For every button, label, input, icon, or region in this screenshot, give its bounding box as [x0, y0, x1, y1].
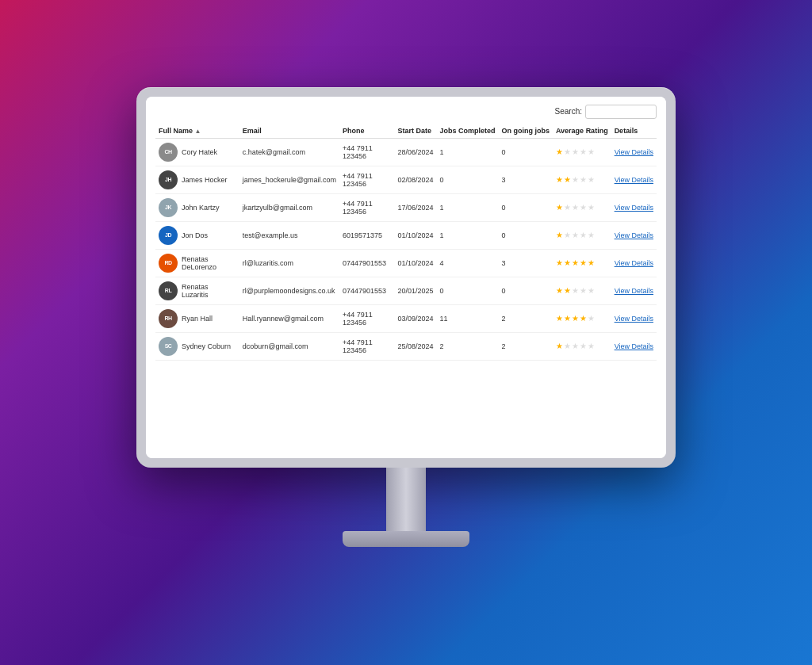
cell-avgrating: ★★★★★: [553, 332, 611, 360]
cell-phone: 07447901553: [339, 249, 394, 277]
fullname-text: Renatas DeLorenzo: [182, 255, 236, 271]
table-row: CH Cory Hatek c.hatek@gmail.com +44 7911…: [155, 138, 657, 166]
star-2: ★: [564, 258, 571, 267]
screen-content: Search: Full Name ▲ Email Phone Start Da…: [146, 97, 666, 458]
cell-details[interactable]: View Details: [611, 249, 657, 277]
star-4: ★: [580, 175, 587, 184]
cell-fullname: CH Cory Hatek: [155, 138, 239, 166]
view-details-link[interactable]: View Details: [615, 148, 653, 156]
cell-ongoingjobs: 2: [498, 332, 553, 360]
avatar: SC: [159, 337, 178, 356]
cell-ongoingjobs: 2: [498, 304, 553, 332]
cell-phone: 07447901553: [339, 277, 394, 304]
cell-avgrating: ★★★★★: [553, 138, 611, 166]
cell-phone: +44 7911 123456: [339, 332, 394, 360]
monitor-stand-base: [343, 531, 469, 547]
cell-ongoingjobs: 0: [498, 221, 553, 249]
star-4: ★: [580, 314, 587, 323]
view-details-link[interactable]: View Details: [615, 315, 653, 323]
cell-fullname: RH Ryan Hall: [155, 304, 239, 332]
star-2: ★: [564, 286, 571, 295]
cell-jobscompleted: 0: [436, 166, 498, 193]
fullname-text: Renatas Luzaritis: [182, 283, 236, 299]
star-4: ★: [580, 147, 587, 156]
cell-phone: +44 7911 123456: [339, 138, 394, 166]
search-input[interactable]: [585, 105, 657, 119]
cell-email: jkartzyulb@gmail.com: [239, 193, 339, 221]
star-1: ★: [556, 203, 563, 212]
star-2: ★: [564, 175, 571, 184]
search-bar: Search:: [155, 105, 657, 119]
name-cell: RL Renatas Luzaritis: [159, 281, 236, 300]
view-details-link[interactable]: View Details: [615, 287, 653, 295]
cell-email: rl@luzaritis.com: [239, 249, 339, 277]
star-5: ★: [588, 258, 595, 267]
star-1: ★: [556, 342, 563, 350]
star-5: ★: [588, 203, 595, 212]
star-1: ★: [556, 147, 563, 156]
cell-jobscompleted: 2: [436, 332, 498, 360]
table-row: JH James Hocker james_hockerule@gmail.co…: [155, 166, 657, 193]
cell-fullname: JD Jon Dos: [155, 221, 239, 249]
cell-email: Hall.ryannew@gmail.com: [239, 304, 339, 332]
cell-jobscompleted: 0: [436, 277, 498, 304]
name-cell: RH Ryan Hall: [159, 309, 236, 328]
cell-avgrating: ★★★★★: [553, 304, 611, 332]
cell-startdate: 02/08/2024: [394, 166, 436, 193]
cell-startdate: 03/09/2024: [394, 304, 436, 332]
avatar: JK: [159, 198, 178, 217]
star-2: ★: [564, 147, 571, 156]
view-details-link[interactable]: View Details: [615, 259, 653, 267]
star-5: ★: [588, 175, 595, 184]
workers-table: Full Name ▲ Email Phone Start Date Jobs …: [155, 124, 657, 361]
cell-fullname: RD Renatas DeLorenzo: [155, 249, 239, 277]
name-cell: JD Jon Dos: [159, 226, 236, 245]
col-details: Details: [611, 124, 657, 139]
cell-fullname: JH James Hocker: [155, 166, 239, 193]
name-cell: SC Sydney Coburn: [159, 337, 236, 356]
table-row: JK John Kartzy jkartzyulb@gmail.com +44 …: [155, 193, 657, 221]
col-ongoingjobs: On going jobs: [498, 124, 553, 139]
cell-details[interactable]: View Details: [611, 138, 657, 166]
star-2: ★: [564, 231, 571, 239]
cell-avgrating: ★★★★★: [553, 249, 611, 277]
cell-details[interactable]: View Details: [611, 193, 657, 221]
star-3: ★: [572, 314, 579, 323]
star-2: ★: [564, 203, 571, 212]
cell-jobscompleted: 1: [436, 221, 498, 249]
star-3: ★: [572, 147, 579, 156]
col-jobscompleted: Jobs Completed: [436, 124, 498, 139]
table-row: RL Renatas Luzaritis rl@purplemoondesign…: [155, 277, 657, 304]
cell-fullname: JK John Kartzy: [155, 193, 239, 221]
col-avgrating: Average Rating: [553, 124, 611, 139]
cell-avgrating: ★★★★★: [553, 166, 611, 193]
view-details-link[interactable]: View Details: [615, 204, 653, 212]
avatar: RH: [159, 309, 178, 328]
cell-fullname: SC Sydney Coburn: [155, 332, 239, 360]
cell-details[interactable]: View Details: [611, 277, 657, 304]
cell-email: james_hockerule@gmail.com: [239, 166, 339, 193]
cell-details[interactable]: View Details: [611, 332, 657, 360]
fullname-text: John Kartzy: [182, 204, 220, 212]
view-details-link[interactable]: View Details: [615, 342, 653, 350]
view-details-link[interactable]: View Details: [615, 176, 653, 184]
cell-startdate: 28/06/2024: [394, 138, 436, 166]
star-3: ★: [572, 258, 579, 267]
avatar: JH: [159, 170, 178, 189]
cell-phone: 6019571375: [339, 221, 394, 249]
star-1: ★: [556, 258, 563, 267]
cell-startdate: 20/01/2025: [394, 277, 436, 304]
cell-phone: +44 7911 123456: [339, 166, 394, 193]
cell-details[interactable]: View Details: [611, 304, 657, 332]
sort-icon: ▲: [195, 128, 201, 135]
cell-details[interactable]: View Details: [611, 166, 657, 193]
cell-details[interactable]: View Details: [611, 221, 657, 249]
cell-ongoingjobs: 3: [498, 249, 553, 277]
monitor: Search: Full Name ▲ Email Phone Start Da…: [136, 87, 676, 468]
star-3: ★: [572, 286, 579, 295]
star-3: ★: [572, 203, 579, 212]
view-details-link[interactable]: View Details: [615, 231, 653, 239]
star-5: ★: [588, 314, 595, 323]
cell-ongoingjobs: 0: [498, 193, 553, 221]
table-row: SC Sydney Coburn dcoburn@gmail.com +44 7…: [155, 332, 657, 360]
